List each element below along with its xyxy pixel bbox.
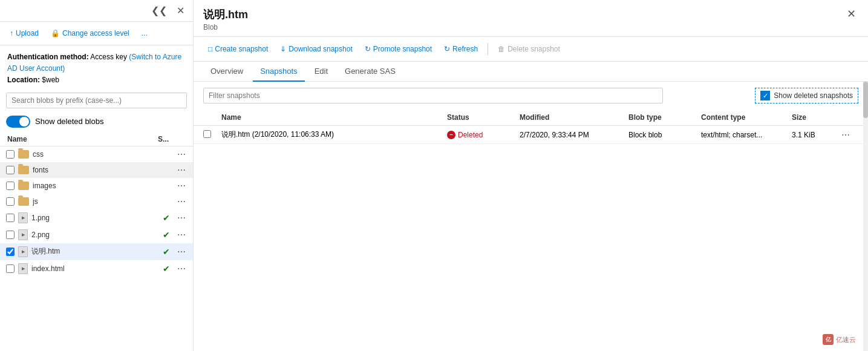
tab-snapshots[interactable]: Snapshots [253,62,304,82]
tabs: Overview Snapshots Edit Generate SAS [194,62,868,82]
file-name: 2.png [31,231,157,239]
list-item[interactable]: ▶ 2.png ✔ ⋯ [0,226,193,243]
more-icon[interactable]: ⋯ [176,197,187,206]
close-left-panel-button[interactable]: ✕ [174,4,187,18]
file-status: ✔ [160,247,172,257]
table-row[interactable]: 说明.htm (2/10/2020, 11:06:33 AM) – Delete… [194,126,868,144]
right-header: 说明.htm Blob ✕ [194,0,868,37]
delete-snapshot-label: Delete snapshot [507,45,560,53]
col-modified-header: Modified [520,113,628,122]
show-deleted-snapshots-row: Show deleted snapshots [755,88,858,103]
file-checkbox[interactable] [6,197,15,206]
folder-icon [18,197,29,206]
list-item[interactable]: ▶ 1.png ✔ ⋯ [0,209,193,226]
col-size-header: Size [792,113,840,122]
file-checkbox[interactable] [6,231,15,239]
search-blobs-input[interactable] [6,93,187,108]
refresh-button[interactable]: ↻ Refresh [439,42,483,56]
more-icon[interactable]: ⋯ [176,247,187,257]
col-actions-header [840,113,858,122]
more-options-button[interactable]: ... [138,27,151,40]
show-deleted-blobs-row: Show deleted blobs [0,113,193,133]
row-more-icon[interactable]: ⋯ [840,130,858,140]
snapshot-checkbox[interactable] [203,130,211,138]
create-snapshot-button[interactable]: □ Create snapshot [203,42,273,56]
file-checkbox[interactable] [6,214,15,222]
tab-generate-sas[interactable]: Generate SAS [338,62,403,82]
show-deleted-snapshots-label[interactable]: Show deleted snapshots [774,91,853,100]
auth-label: Authentication method: [7,53,89,61]
col-name-header: Name [221,113,447,122]
show-deleted-blobs-label: Show deleted blobs [35,117,103,126]
list-item[interactable]: fonts ⋯ [0,162,193,178]
file-list: css ⋯ fonts ⋯ images ⋯ js ⋯ [0,146,193,351]
more-icon[interactable]: ⋯ [176,213,187,223]
file-checkbox[interactable] [6,248,15,256]
col-status-header: Status [447,113,520,122]
folder-icon [18,182,29,190]
file-checkbox[interactable] [6,150,15,159]
upload-button[interactable]: ↑ Upload [6,27,42,40]
file-checkbox[interactable] [6,182,15,190]
more-icon[interactable]: ⋯ [176,165,187,175]
col-contenttype-header: Content type [701,113,792,122]
collapse-panel-button[interactable]: ❮❮ [149,4,169,18]
file-checkbox[interactable] [6,264,15,273]
watermark-text: 亿速云 [836,335,856,344]
list-item[interactable]: css ⋯ [0,146,193,162]
more-icon[interactable]: ⋯ [176,181,187,191]
show-deleted-snapshots-checkbox[interactable] [760,91,770,100]
left-panel-header: ❮❮ ✕ [0,0,193,22]
snapshot-name: 说明.htm (2/10/2020, 11:06:33 AM) [221,130,447,140]
delete-snapshot-button[interactable]: 🗑 Delete snapshot [493,42,565,56]
file-checkbox[interactable] [6,166,15,174]
file-icon: ▶ [18,212,28,223]
delete-snapshot-icon: 🗑 [498,45,505,53]
snapshot-status: – Deleted [447,131,520,139]
download-snapshot-label: Download snapshot [289,45,352,53]
folder-icon [18,166,29,174]
file-icon: ▶ [18,229,28,240]
download-snapshot-icon: ⇓ [280,45,286,53]
left-toolbar: ↑ Upload 🔒 Change access level ... [0,22,193,45]
promote-snapshot-button[interactable]: ↻ Promote snapshot [360,42,437,56]
file-name: index.html [31,264,157,273]
file-icon: ▶ [18,263,28,274]
col-blobtype-header: Blob type [628,113,701,122]
list-item[interactable]: js ⋯ [0,194,193,209]
file-list-header: Name S... [0,133,193,146]
download-snapshot-button[interactable]: ⇓ Download snapshot [275,42,357,56]
more-icon[interactable]: ⋯ [176,149,187,159]
blob-title: 说明.htm [203,7,248,22]
show-deleted-blobs-toggle[interactable] [6,116,30,128]
tab-overview[interactable]: Overview [203,62,250,82]
close-right-panel-button[interactable]: ✕ [844,7,858,21]
content-area: Show deleted snapshots Name Status Modif… [194,82,868,351]
list-item[interactable]: ▶ 说明.htm ✔ ⋯ [0,243,193,260]
scrollbar-track[interactable] [863,82,868,351]
list-item[interactable]: images ⋯ [0,178,193,194]
filter-snapshots-input[interactable] [203,88,663,103]
change-access-button[interactable]: 🔒 Change access level [47,27,133,40]
scrollbar-thumb[interactable] [863,82,868,118]
snapshot-size: 3.1 KiB [792,131,840,139]
file-status: ✔ [160,230,172,240]
create-snapshot-icon: □ [208,45,212,53]
row-checkbox[interactable] [203,130,221,140]
upload-icon: ↑ [10,29,13,38]
more-icon[interactable]: ⋯ [176,230,187,240]
col-name-header: Name [7,135,132,143]
filter-row: Show deleted snapshots [194,82,868,110]
tab-edit[interactable]: Edit [307,62,335,82]
list-item[interactable]: ▶ index.html ✔ ⋯ [0,260,193,277]
auth-value: Access key [90,53,127,61]
file-name: fonts [33,166,157,174]
more-icon[interactable]: ⋯ [176,264,187,274]
location-value: $web [42,76,59,84]
file-status: ✔ [160,264,172,274]
col-status-header: S... [132,135,169,143]
snapshot-contenttype: text/html; charset... [701,131,792,139]
right-toolbar: □ Create snapshot ⇓ Download snapshot ↻ … [194,37,868,62]
deleted-icon: – [447,131,455,139]
table-header: Name Status Modified Blob type Content t… [194,110,868,126]
